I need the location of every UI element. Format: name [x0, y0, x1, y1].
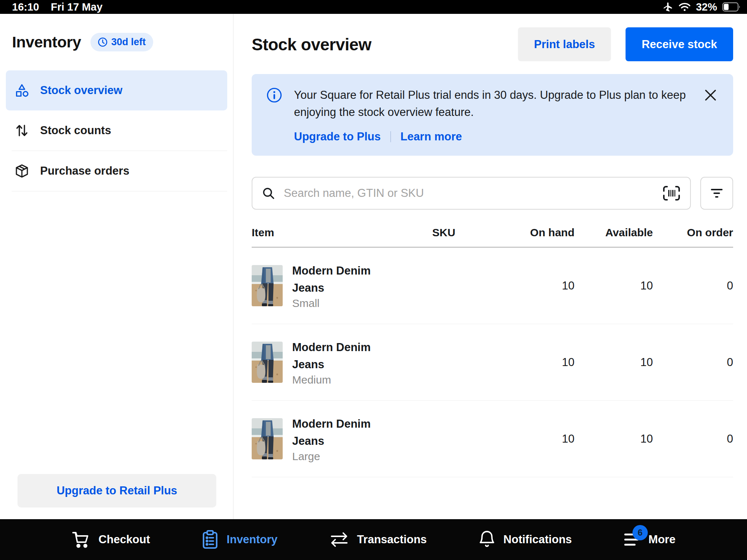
upgrade-retail-plus-button[interactable]: Upgrade to Retail Plus — [18, 474, 216, 508]
clock-icon — [98, 37, 108, 47]
cell-on-order: 0 — [653, 356, 733, 369]
item-photo — [252, 265, 283, 306]
cell-available: 10 — [574, 432, 653, 446]
item-photo — [252, 418, 283, 459]
bell-icon — [479, 530, 495, 549]
trial-banner-message: Your Square for Retail Plus trial ends i… — [294, 86, 706, 121]
bottom-nav: Checkout Inventory Transactions — [0, 519, 747, 560]
table-row[interactable]: Modern Denim Jeans Medium 10 10 0 — [252, 324, 733, 401]
cart-icon — [71, 530, 90, 549]
notification-count-badge: 6 — [632, 525, 648, 540]
cell-on-hand: 10 — [502, 432, 574, 446]
sidebar-title: Inventory — [12, 33, 81, 51]
battery-percent: 32% — [696, 1, 717, 13]
status-bar: 16:10 Fri 17 May 32% — [0, 0, 747, 14]
col-item: Item — [252, 226, 432, 239]
app-screen: 16:10 Fri 17 May 32% Inventory — [0, 0, 747, 560]
search-box[interactable] — [252, 177, 691, 210]
airplane-mode-icon — [662, 1, 673, 12]
sidebar: Inventory 30d left Stock overview — [0, 14, 233, 519]
item-name: Modern Denim Jeans — [292, 415, 372, 450]
table-row[interactable]: Modern Denim Jeans Large 10 10 0 — [252, 401, 733, 477]
table-header: Item SKU On hand Available On order — [252, 226, 733, 248]
shapes-icon — [15, 83, 29, 98]
print-labels-button[interactable]: Print labels — [518, 27, 611, 61]
arrows-up-down-icon — [15, 123, 29, 138]
nav-inventory[interactable]: Inventory — [202, 530, 278, 549]
barcode-scan-icon[interactable] — [662, 185, 681, 201]
item-variant: Small — [292, 297, 372, 310]
nav-more[interactable]: 6 More — [624, 532, 676, 547]
nav-transactions[interactable]: Transactions — [329, 532, 427, 548]
search-input[interactable] — [283, 186, 654, 200]
col-available: Available — [574, 226, 653, 239]
item-photo — [252, 342, 283, 383]
close-icon[interactable] — [704, 89, 717, 102]
col-on-hand: On hand — [502, 226, 574, 239]
cell-available: 10 — [574, 356, 653, 369]
sidebar-item-stock-counts[interactable]: Stock counts — [6, 110, 227, 151]
search-icon — [262, 187, 275, 200]
cell-on-hand: 10 — [502, 356, 574, 369]
wifi-icon — [678, 2, 691, 12]
filter-button[interactable] — [700, 177, 733, 210]
battery-icon — [722, 2, 740, 12]
cell-on-hand: 10 — [502, 279, 574, 292]
cell-on-order: 0 — [653, 432, 733, 446]
col-on-order: On order — [653, 226, 733, 239]
item-variant: Medium — [292, 374, 372, 386]
trial-countdown-badge: 30d left — [90, 33, 153, 51]
info-icon — [266, 86, 282, 143]
transfer-arrows-icon — [329, 532, 349, 548]
item-variant: Large — [292, 450, 372, 463]
table-row[interactable]: Modern Denim Jeans Small 10 10 0 — [252, 248, 733, 324]
stock-table: Item SKU On hand Available On order Mode… — [252, 226, 733, 477]
main-content: Stock overview Print labels Receive stoc… — [233, 14, 747, 519]
clipboard-icon — [202, 530, 218, 549]
nav-checkout[interactable]: Checkout — [71, 530, 150, 549]
sidebar-divider — [12, 191, 227, 191]
col-sku: SKU — [432, 226, 502, 239]
sidebar-item-stock-overview[interactable]: Stock overview — [6, 70, 227, 110]
status-date: Fri 17 May — [51, 1, 102, 13]
nav-notifications[interactable]: Notifications — [479, 530, 572, 549]
trial-banner: Your Square for Retail Plus trial ends i… — [252, 74, 733, 156]
receive-stock-button[interactable]: Receive stock — [626, 27, 733, 61]
upgrade-to-plus-link[interactable]: Upgrade to Plus — [294, 130, 381, 143]
cell-on-order: 0 — [653, 279, 733, 292]
learn-more-link[interactable]: Learn more — [400, 130, 462, 143]
sidebar-nav: Stock overview Stock counts — [0, 70, 233, 191]
page-title: Stock overview — [252, 35, 371, 54]
status-time: 16:10 — [12, 1, 39, 13]
sidebar-item-purchase-orders[interactable]: Purchase orders — [6, 151, 227, 191]
cell-available: 10 — [574, 279, 653, 292]
item-name: Modern Denim Jeans — [292, 262, 372, 296]
more-lines-icon: 6 — [624, 532, 640, 547]
link-divider — [390, 131, 391, 142]
item-name: Modern Denim Jeans — [292, 339, 372, 373]
package-icon — [15, 164, 29, 178]
filter-icon — [709, 188, 724, 199]
